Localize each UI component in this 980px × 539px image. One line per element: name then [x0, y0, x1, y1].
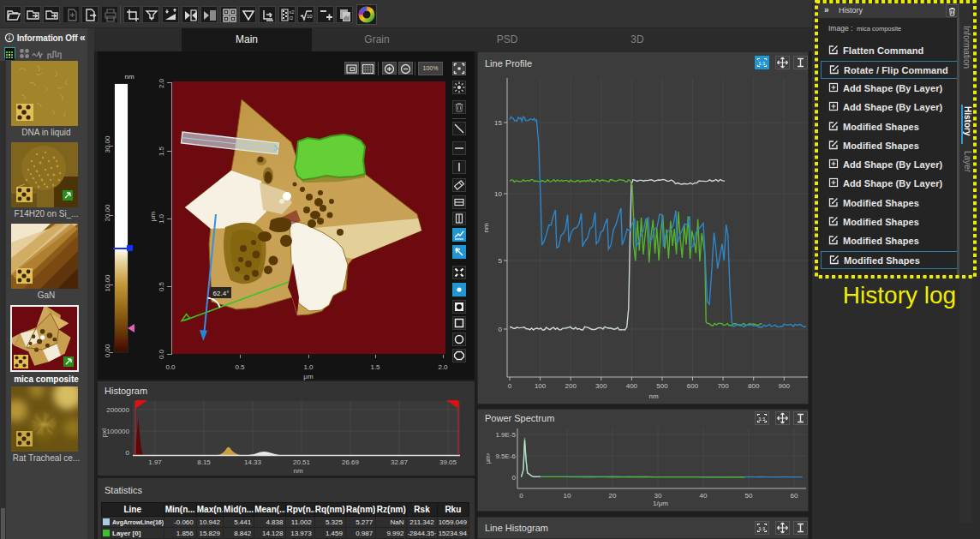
- svg-text:20.51: 20.51: [293, 458, 311, 466]
- svg-text:40: 40: [700, 492, 708, 500]
- svg-text:nm: nm: [482, 223, 490, 232]
- svg-text:0: 0: [519, 492, 523, 500]
- svg-text:60: 60: [791, 492, 798, 500]
- svg-text:300: 300: [595, 382, 607, 390]
- svg-text:10: 10: [494, 190, 502, 198]
- svg-text:0: 0: [126, 449, 130, 457]
- svg-text:nm: nm: [648, 392, 658, 400]
- svg-text:8.15: 8.15: [197, 458, 211, 466]
- svg-text:pxl: pxl: [100, 428, 108, 437]
- svg-text:x2: x2: [290, 9, 295, 15]
- svg-text:100000: 100000: [106, 428, 129, 435]
- svg-text:0: 0: [499, 326, 503, 333]
- svg-text:32.87: 32.87: [391, 458, 409, 466]
- svg-text:800: 800: [748, 382, 760, 390]
- svg-text:30: 30: [654, 492, 662, 500]
- svg-text:26.69: 26.69: [342, 458, 360, 466]
- svg-text:nm: nm: [293, 467, 302, 475]
- svg-text:10: 10: [307, 14, 313, 19]
- svg-text:15: 15: [494, 119, 502, 127]
- svg-text:600: 600: [687, 382, 699, 390]
- svg-text:900: 900: [779, 382, 791, 390]
- svg-text:400: 400: [626, 382, 638, 390]
- svg-text:20: 20: [609, 492, 617, 500]
- svg-text:5: 5: [499, 257, 503, 265]
- svg-text:200: 200: [565, 382, 577, 390]
- svg-text:62.4°: 62.4°: [213, 290, 230, 297]
- svg-text:14.33: 14.33: [244, 458, 262, 466]
- svg-text:9.5E-6: 9.5E-6: [495, 452, 516, 460]
- svg-text:1:1: 1:1: [758, 526, 766, 531]
- svg-text:200000: 200000: [106, 406, 129, 414]
- svg-text:39.05: 39.05: [439, 458, 457, 466]
- svg-text:/2: /2: [290, 15, 294, 21]
- svg-text:0: 0: [512, 474, 517, 482]
- svg-text:1.9E-5: 1.9E-5: [495, 431, 516, 439]
- svg-text:50: 50: [745, 492, 753, 500]
- svg-text:μm²: μm²: [485, 452, 492, 464]
- svg-text:0: 0: [508, 382, 512, 390]
- svg-text:500: 500: [656, 382, 668, 390]
- svg-text:100: 100: [535, 382, 547, 390]
- svg-text:1.97: 1.97: [148, 458, 162, 466]
- svg-text:10: 10: [564, 492, 571, 500]
- svg-text:700: 700: [717, 382, 729, 390]
- svg-text:1/μm: 1/μm: [653, 500, 668, 507]
